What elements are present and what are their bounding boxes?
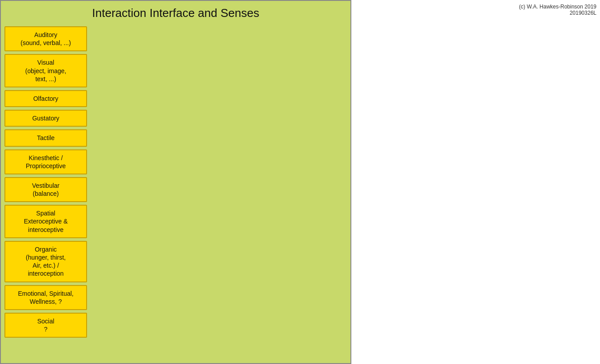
- sense-button-organic[interactable]: Organic(hunger, thirst,Air, etc.) /inter…: [4, 241, 87, 282]
- sense-button-auditory[interactable]: Auditory(sound, verbal, ...): [4, 26, 87, 51]
- sense-button-social[interactable]: Social?: [4, 313, 87, 338]
- sense-button-spatial[interactable]: SpatialExteroceptive &interoceptive: [4, 205, 87, 238]
- page-title: Interaction Interface and Senses: [1, 1, 350, 25]
- senses-list: Auditory(sound, verbal, ...)Visual(objec…: [1, 25, 350, 342]
- sense-button-visual[interactable]: Visual(object, image,text, ...): [4, 54, 87, 87]
- main-panel: Interaction Interface and Senses Auditor…: [0, 0, 351, 364]
- copyright-line1: (c) W.A. Hawkes-Robinson 2019: [519, 4, 596, 10]
- sense-button-olfactory[interactable]: Olfactory: [4, 90, 87, 107]
- sense-button-gustatory[interactable]: Gustatory: [4, 110, 87, 127]
- sense-button-emotional[interactable]: Emotional, Spiritual,Wellness, ?: [4, 285, 87, 310]
- copyright-notice: (c) W.A. Hawkes-Robinson 2019 20190326L: [519, 4, 596, 16]
- sense-button-tactile[interactable]: Tactile: [4, 129, 87, 146]
- sense-button-vestibular[interactable]: Vestibular(balance): [4, 177, 87, 202]
- sense-button-kinesthetic[interactable]: Kinesthetic /Proprioceptive: [4, 149, 87, 174]
- copyright-line2: 20190326L: [570, 10, 596, 16]
